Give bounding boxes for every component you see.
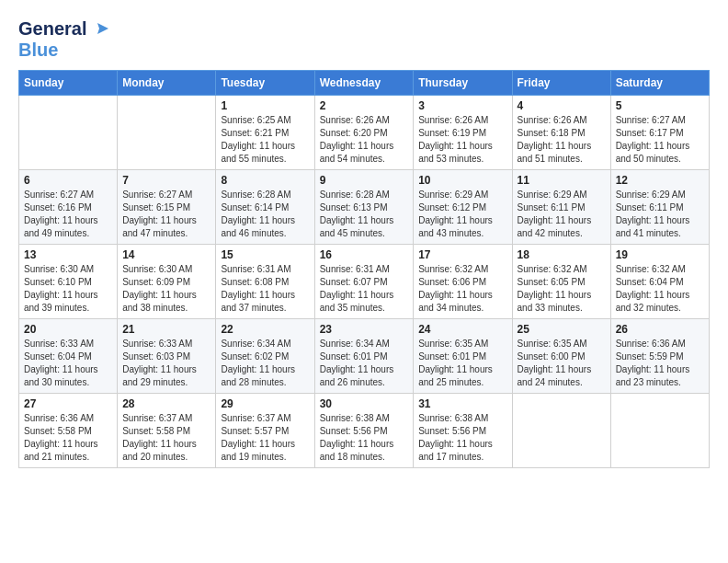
cell-content: Sunrise: 6:25 AM Sunset: 6:21 PM Dayligh… xyxy=(221,114,309,166)
cell-content: Sunrise: 6:27 AM Sunset: 6:16 PM Dayligh… xyxy=(24,189,112,240)
cell-content: Sunrise: 6:38 AM Sunset: 5:56 PM Dayligh… xyxy=(320,412,409,464)
day-number: 12 xyxy=(616,174,704,187)
day-number: 6 xyxy=(24,174,112,187)
day-number: 27 xyxy=(24,397,112,410)
cell-content: Sunrise: 6:26 AM Sunset: 6:19 PM Dayligh… xyxy=(418,114,506,166)
svg-marker-0 xyxy=(97,23,108,34)
day-number: 5 xyxy=(616,99,704,112)
day-number: 21 xyxy=(122,323,210,336)
calendar-cell: 4Sunrise: 6:26 AM Sunset: 6:18 PM Daylig… xyxy=(512,96,610,170)
cell-content: Sunrise: 6:30 AM Sunset: 6:10 PM Dayligh… xyxy=(24,263,112,315)
day-number: 19 xyxy=(616,248,704,261)
cell-content: Sunrise: 6:27 AM Sunset: 6:15 PM Dayligh… xyxy=(122,189,210,240)
day-number: 18 xyxy=(518,248,606,261)
day-number: 29 xyxy=(221,397,309,410)
cell-content: Sunrise: 6:32 AM Sunset: 6:05 PM Dayligh… xyxy=(518,263,606,315)
cell-content: Sunrise: 6:29 AM Sunset: 6:12 PM Dayligh… xyxy=(418,189,506,240)
logo-general: General xyxy=(18,18,86,40)
day-number: 26 xyxy=(616,323,704,336)
cell-content: Sunrise: 6:32 AM Sunset: 6:06 PM Dayligh… xyxy=(418,263,506,315)
calendar-cell: 26Sunrise: 6:36 AM Sunset: 5:59 PM Dayli… xyxy=(610,319,709,394)
day-number: 20 xyxy=(24,323,112,336)
weekday-header: Saturday xyxy=(610,71,709,96)
day-number: 13 xyxy=(24,248,112,261)
cell-content: Sunrise: 6:29 AM Sunset: 6:11 PM Dayligh… xyxy=(616,189,704,240)
day-number: 14 xyxy=(122,248,210,261)
calendar-cell: 16Sunrise: 6:31 AM Sunset: 6:07 PM Dayli… xyxy=(314,245,414,319)
day-number: 2 xyxy=(320,99,409,112)
cell-content: Sunrise: 6:26 AM Sunset: 6:18 PM Dayligh… xyxy=(518,114,606,166)
weekday-header: Thursday xyxy=(414,71,512,96)
calendar-cell: 19Sunrise: 6:32 AM Sunset: 6:04 PM Dayli… xyxy=(610,245,709,319)
cell-content: Sunrise: 6:35 AM Sunset: 6:00 PM Dayligh… xyxy=(518,338,606,389)
calendar-cell: 10Sunrise: 6:29 AM Sunset: 6:12 PM Dayli… xyxy=(414,170,512,245)
cell-content: Sunrise: 6:37 AM Sunset: 5:57 PM Dayligh… xyxy=(221,412,309,464)
calendar-cell: 1Sunrise: 6:25 AM Sunset: 6:21 PM Daylig… xyxy=(216,96,314,170)
logo: General Blue xyxy=(18,18,108,61)
day-number: 23 xyxy=(320,323,409,336)
calendar-cell: 21Sunrise: 6:33 AM Sunset: 6:03 PM Dayli… xyxy=(118,319,216,394)
day-number: 11 xyxy=(518,174,606,187)
day-number: 17 xyxy=(418,248,506,261)
cell-content: Sunrise: 6:26 AM Sunset: 6:20 PM Dayligh… xyxy=(320,114,409,166)
weekday-header: Sunday xyxy=(19,71,118,96)
logo-blue: Blue xyxy=(18,40,108,61)
cell-content: Sunrise: 6:28 AM Sunset: 6:14 PM Dayligh… xyxy=(221,189,309,240)
day-number: 1 xyxy=(221,99,309,112)
calendar-cell: 20Sunrise: 6:33 AM Sunset: 6:04 PM Dayli… xyxy=(19,319,118,394)
calendar-cell xyxy=(610,394,709,468)
calendar-cell: 30Sunrise: 6:38 AM Sunset: 5:56 PM Dayli… xyxy=(314,394,414,468)
calendar-cell: 6Sunrise: 6:27 AM Sunset: 6:16 PM Daylig… xyxy=(19,170,118,245)
calendar-cell: 29Sunrise: 6:37 AM Sunset: 5:57 PM Dayli… xyxy=(216,394,314,468)
calendar-cell: 27Sunrise: 6:36 AM Sunset: 5:58 PM Dayli… xyxy=(19,394,118,468)
cell-content: Sunrise: 6:27 AM Sunset: 6:17 PM Dayligh… xyxy=(616,114,704,166)
calendar-cell xyxy=(118,96,216,170)
calendar-week-row: 20Sunrise: 6:33 AM Sunset: 6:04 PM Dayli… xyxy=(19,319,710,394)
cell-content: Sunrise: 6:31 AM Sunset: 6:07 PM Dayligh… xyxy=(320,263,409,315)
day-number: 7 xyxy=(122,174,210,187)
calendar-cell xyxy=(512,394,610,468)
calendar-cell: 17Sunrise: 6:32 AM Sunset: 6:06 PM Dayli… xyxy=(414,245,512,319)
cell-content: Sunrise: 6:38 AM Sunset: 5:56 PM Dayligh… xyxy=(418,412,506,464)
cell-content: Sunrise: 6:34 AM Sunset: 6:01 PM Dayligh… xyxy=(320,338,409,389)
day-number: 25 xyxy=(518,323,606,336)
calendar-week-row: 13Sunrise: 6:30 AM Sunset: 6:10 PM Dayli… xyxy=(19,245,710,319)
day-number: 22 xyxy=(221,323,309,336)
calendar-cell: 8Sunrise: 6:28 AM Sunset: 6:14 PM Daylig… xyxy=(216,170,314,245)
calendar-cell: 9Sunrise: 6:28 AM Sunset: 6:13 PM Daylig… xyxy=(314,170,414,245)
calendar-cell: 5Sunrise: 6:27 AM Sunset: 6:17 PM Daylig… xyxy=(610,96,709,170)
calendar-week-row: 27Sunrise: 6:36 AM Sunset: 5:58 PM Dayli… xyxy=(19,394,710,468)
calendar-cell: 12Sunrise: 6:29 AM Sunset: 6:11 PM Dayli… xyxy=(610,170,709,245)
logo-bird-icon xyxy=(88,21,108,38)
cell-content: Sunrise: 6:33 AM Sunset: 6:04 PM Dayligh… xyxy=(24,338,112,389)
day-number: 8 xyxy=(221,174,309,187)
cell-content: Sunrise: 6:33 AM Sunset: 6:03 PM Dayligh… xyxy=(122,338,210,389)
cell-content: Sunrise: 6:32 AM Sunset: 6:04 PM Dayligh… xyxy=(616,263,704,315)
day-number: 9 xyxy=(320,174,409,187)
calendar-week-row: 6Sunrise: 6:27 AM Sunset: 6:16 PM Daylig… xyxy=(19,170,710,245)
day-number: 30 xyxy=(320,397,409,410)
calendar-cell: 15Sunrise: 6:31 AM Sunset: 6:08 PM Dayli… xyxy=(216,245,314,319)
day-number: 16 xyxy=(320,248,409,261)
calendar-cell xyxy=(19,96,118,170)
cell-content: Sunrise: 6:29 AM Sunset: 6:11 PM Dayligh… xyxy=(518,189,606,240)
calendar-cell: 2Sunrise: 6:26 AM Sunset: 6:20 PM Daylig… xyxy=(314,96,414,170)
calendar-cell: 11Sunrise: 6:29 AM Sunset: 6:11 PM Dayli… xyxy=(512,170,610,245)
day-number: 10 xyxy=(418,174,506,187)
cell-content: Sunrise: 6:35 AM Sunset: 6:01 PM Dayligh… xyxy=(418,338,506,389)
day-number: 3 xyxy=(418,99,506,112)
calendar-cell: 22Sunrise: 6:34 AM Sunset: 6:02 PM Dayli… xyxy=(216,319,314,394)
cell-content: Sunrise: 6:34 AM Sunset: 6:02 PM Dayligh… xyxy=(221,338,309,389)
weekday-header: Tuesday xyxy=(216,71,314,96)
calendar-cell: 31Sunrise: 6:38 AM Sunset: 5:56 PM Dayli… xyxy=(414,394,512,468)
calendar-cell: 25Sunrise: 6:35 AM Sunset: 6:00 PM Dayli… xyxy=(512,319,610,394)
cell-content: Sunrise: 6:31 AM Sunset: 6:08 PM Dayligh… xyxy=(221,263,309,315)
weekday-header: Friday xyxy=(512,71,610,96)
day-number: 4 xyxy=(518,99,606,112)
calendar-cell: 18Sunrise: 6:32 AM Sunset: 6:05 PM Dayli… xyxy=(512,245,610,319)
calendar-cell: 24Sunrise: 6:35 AM Sunset: 6:01 PM Dayli… xyxy=(414,319,512,394)
calendar-cell: 13Sunrise: 6:30 AM Sunset: 6:10 PM Dayli… xyxy=(19,245,118,319)
logo-text: General Blue xyxy=(18,18,108,61)
calendar-cell: 7Sunrise: 6:27 AM Sunset: 6:15 PM Daylig… xyxy=(118,170,216,245)
calendar-table: SundayMondayTuesdayWednesdayThursdayFrid… xyxy=(18,70,710,468)
